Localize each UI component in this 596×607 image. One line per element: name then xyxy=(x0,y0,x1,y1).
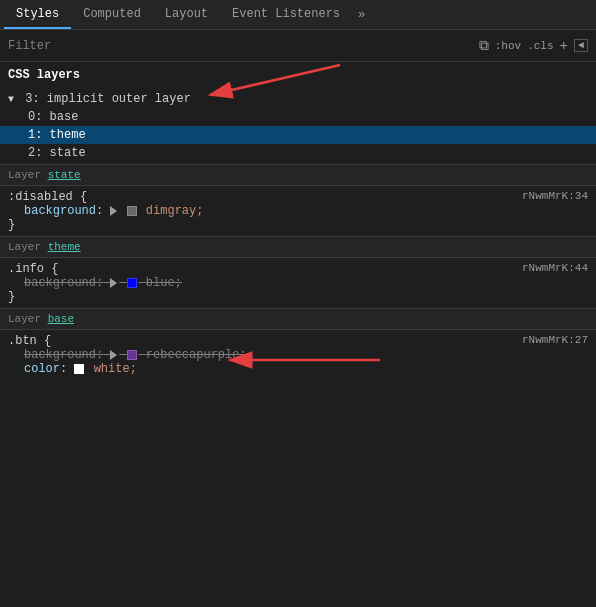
layer-base-section: Layer base rNwmMrK:27 .btn { background:… xyxy=(0,308,596,380)
tab-styles[interactable]: Styles xyxy=(4,0,71,29)
layer-base-link[interactable]: base xyxy=(48,313,74,325)
color-swatch-blue[interactable] xyxy=(127,278,137,288)
tab-event-listeners[interactable]: Event Listeners xyxy=(220,0,352,29)
layer-state-file[interactable]: rNwmMrK:34 xyxy=(522,190,588,202)
layer-state-link[interactable]: state xyxy=(48,169,81,181)
layer-base-property1-line: background: rebeccapurple; xyxy=(8,348,588,362)
tab-more[interactable]: » xyxy=(352,4,371,26)
filter-label: Filter xyxy=(8,39,471,53)
tab-computed[interactable]: Computed xyxy=(71,0,153,29)
layer-theme-selector: .info { xyxy=(8,262,588,276)
swatch-expand-icon-theme[interactable] xyxy=(110,278,117,288)
layer-base-header: Layer base xyxy=(0,309,596,330)
layer-tree-child-theme[interactable]: 1: theme xyxy=(0,126,596,144)
layer-theme-section: Layer theme rNwmMrK:44 .info { backgroun… xyxy=(0,236,596,308)
layer-base-property2-line: color: white; xyxy=(8,362,588,376)
layer-theme-property-line: background: blue; xyxy=(8,276,588,290)
css-layers-header: CSS layers xyxy=(0,62,596,88)
layer-theme-close: } xyxy=(8,290,588,304)
swatch-expand-icon-base[interactable] xyxy=(110,350,117,360)
layer-tree-child-state[interactable]: 2: state xyxy=(0,144,596,162)
filter-icons: ⧉ :hov .cls + ◄ xyxy=(479,38,588,54)
layer-state-header: Layer state xyxy=(0,165,596,186)
swatch-expand-icon[interactable] xyxy=(110,206,117,216)
color-swatch-rebeccapurple[interactable] xyxy=(127,350,137,360)
layer-theme-link[interactable]: theme xyxy=(48,241,81,253)
filter-bar: Filter ⧉ :hov .cls + ◄ xyxy=(0,30,596,62)
layer-theme-rule: rNwmMrK:44 .info { background: blue; } xyxy=(0,258,596,308)
toggle-sidebar-button[interactable]: ◄ xyxy=(574,39,588,52)
color-swatch-white[interactable] xyxy=(74,364,84,374)
tab-bar: Styles Computed Layout Event Listeners » xyxy=(0,0,596,30)
layer-theme-header: Layer theme xyxy=(0,237,596,258)
color-swatch-dimgray[interactable] xyxy=(127,206,137,216)
layer-base-rule: rNwmMrK:27 .btn { background: rebeccapur… xyxy=(0,330,596,380)
add-rule-button[interactable]: + xyxy=(560,38,568,54)
layer-tree-child-base[interactable]: 0: base xyxy=(0,108,596,126)
layer-state-section: Layer state rNwmMrK:34 :disabled { backg… xyxy=(0,164,596,236)
layer-tree-parent[interactable]: ▼ 3: implicit outer layer xyxy=(0,90,596,108)
layer-state-rule: rNwmMrK:34 :disabled { background: dimgr… xyxy=(0,186,596,236)
cls-button[interactable]: .cls xyxy=(527,40,553,52)
layer-state-close: } xyxy=(8,218,588,232)
tab-layout[interactable]: Layout xyxy=(153,0,220,29)
layer-state-selector: :disabled { xyxy=(8,190,588,204)
layer-state-property-line: background: dimgray; xyxy=(8,204,588,218)
layer-base-selector: .btn { xyxy=(8,334,588,348)
hov-button[interactable]: :hov xyxy=(495,40,521,52)
triangle-down-icon: ▼ xyxy=(8,94,14,105)
layer-theme-file[interactable]: rNwmMrK:44 xyxy=(522,262,588,274)
layers-icon[interactable]: ⧉ xyxy=(479,38,489,54)
layer-base-file[interactable]: rNwmMrK:27 xyxy=(522,334,588,346)
layer-tree: ▼ 3: implicit outer layer 0: base 1: the… xyxy=(0,88,596,164)
css-layers-title: CSS layers xyxy=(8,68,80,82)
